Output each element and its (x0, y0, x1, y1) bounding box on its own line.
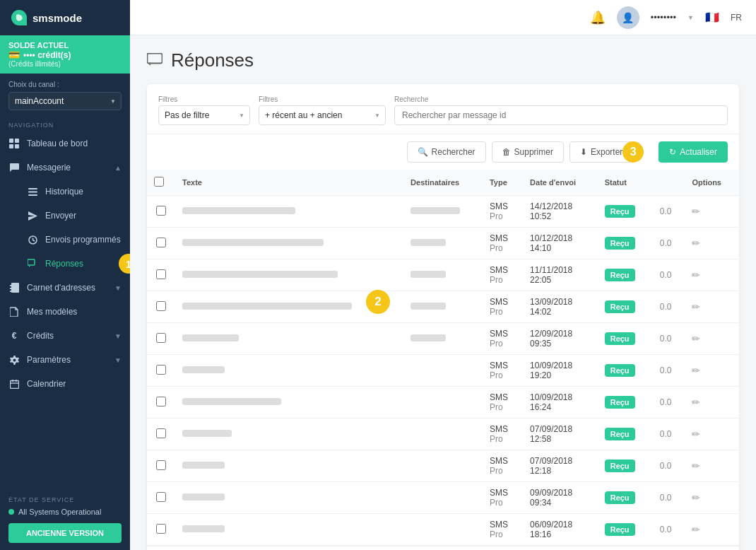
status-badge: Reçu (605, 205, 635, 218)
table-row: SMS Pro 07/09/2018 12:58 Reçu 0.0 ✏ (147, 419, 739, 450)
row-checkbox[interactable] (156, 460, 166, 470)
rechercher-button[interactable]: 🔍 Rechercher (407, 141, 486, 163)
row-checkbox[interactable] (156, 365, 166, 375)
row-checkbox-cell (147, 228, 175, 259)
svg-rect-11 (10, 285, 12, 286)
col-destinataires: Destinataires (403, 170, 483, 196)
rechercher-label: Rechercher (432, 147, 476, 157)
flag-icon[interactable]: 🇫🇷 (705, 11, 719, 24)
status-badge: Reçu (605, 237, 635, 250)
sidebar-item-messagerie[interactable]: Messagerie ▲ (0, 156, 130, 180)
table-row: SMS Pro 07/09/2018 12:18 Reçu 0.0 ✏ (147, 450, 739, 482)
solde-credits-value: •••• crédit(s) (23, 50, 71, 60)
solde-credits-row: 💳 •••• crédit(s) (8, 49, 122, 60)
svg-rect-15 (10, 380, 18, 388)
row-checkbox[interactable] (156, 238, 166, 247)
row-checkbox[interactable] (156, 428, 166, 438)
row-checkbox[interactable] (156, 333, 166, 343)
svg-rect-13 (10, 291, 12, 292)
sidebar-item-calendrier[interactable]: Calendrier (0, 372, 130, 396)
subtype-label: Pro (490, 402, 503, 412)
row-options: ✏ (685, 387, 739, 419)
edit-icon[interactable]: ✏ (692, 269, 700, 281)
edit-icon[interactable]: ✏ (692, 428, 700, 440)
select-all-checkbox[interactable] (154, 177, 164, 187)
carnet-adresses-label: Carnet d'adresses (27, 283, 107, 293)
wallet-icon: 💳 (8, 49, 20, 60)
sidebar-item-tableau-de-bord[interactable]: Tableau de bord (0, 131, 130, 156)
sidebar-item-reponses[interactable]: Réponses 1 (0, 252, 130, 276)
channel-section: Choix du canal : mainAccount (0, 74, 130, 115)
row-statut: Reçu (598, 482, 653, 514)
filter1-select-wrap[interactable]: Pas de filtre (158, 105, 250, 125)
filter2-select-wrap[interactable]: + récent au + ancien (259, 105, 386, 125)
channel-select[interactable]: mainAccount (8, 92, 122, 110)
edit-icon[interactable]: ✏ (692, 492, 700, 503)
row-texte (175, 228, 403, 259)
row-checkbox[interactable] (156, 492, 166, 502)
sidebar-item-parametres[interactable]: Paramètres ▼ (0, 348, 130, 372)
status-badge: Reçu (605, 396, 635, 409)
subtype-label: Pro (490, 434, 503, 444)
notification-bell-icon[interactable]: 🔔 (590, 10, 606, 25)
row-checkbox[interactable] (156, 524, 166, 534)
parametres-label: Paramètres (27, 355, 107, 365)
search-group: Recherche (394, 95, 728, 125)
search-input[interactable] (394, 105, 728, 125)
filter2-select[interactable]: + récent au + ancien (259, 105, 386, 125)
app-logo[interactable]: smsmode (0, 0, 130, 35)
sidebar-item-envoyer[interactable]: Envoyer (0, 204, 130, 228)
row-statut: Reçu (598, 387, 653, 419)
row-checkbox[interactable] (156, 206, 166, 216)
row-type: SMS Pro (483, 228, 523, 259)
messagerie-label: Messagerie (27, 163, 107, 172)
actualiser-button[interactable]: ↻ Actualiser (658, 141, 728, 163)
sidebar-item-historique[interactable]: Historique (0, 180, 130, 204)
sidebar-item-mes-modeles[interactable]: Mes modèles (0, 300, 130, 324)
table-row: SMS Pro 06/09/2018 18:16 Reçu 0.0 ✏ (147, 514, 739, 546)
row-checkbox[interactable] (156, 397, 166, 406)
gear-icon (8, 354, 20, 365)
edit-icon[interactable]: ✏ (692, 524, 700, 535)
row-checkbox-cell (147, 355, 175, 387)
sidebar-item-carnet-adresses[interactable]: Carnet d'adresses ▼ (0, 276, 130, 300)
edit-icon[interactable]: ✏ (692, 238, 700, 249)
time-value: 14:10 (530, 243, 551, 253)
euro-icon: € (8, 330, 20, 341)
old-version-button[interactable]: ANCIENNE VERSION (8, 523, 122, 543)
edit-icon[interactable]: ✏ (692, 460, 700, 472)
sidebar-item-credits[interactable]: € Crédits ▼ (0, 324, 130, 348)
responses-table: Texte Destinataires Type Date d'envoi St… (147, 170, 739, 546)
table-header-row: Texte Destinataires Type Date d'envoi St… (147, 170, 739, 196)
row-texte (175, 355, 403, 387)
username-label[interactable]: •••••••• (651, 12, 676, 23)
row-destinataires (403, 228, 483, 259)
row-checkbox[interactable] (156, 269, 166, 279)
row-destinataires (403, 514, 483, 546)
exporter-label: Exporter (591, 147, 622, 157)
filter1-select[interactable]: Pas de filtre (158, 105, 250, 125)
svg-rect-4 (28, 188, 37, 189)
channel-select-wrap[interactable]: mainAccount (8, 92, 122, 110)
avatar[interactable]: 👤 (617, 6, 639, 29)
row-checkbox[interactable] (156, 301, 166, 311)
edit-icon[interactable]: ✏ (692, 301, 700, 312)
exporter-button[interactable]: ⬇ Exporter 3 (569, 141, 633, 163)
sidebar-item-envois-programmes[interactable]: Envois programmés (0, 228, 130, 252)
edit-icon[interactable]: ✏ (692, 397, 700, 408)
row-statut: Reçu (598, 291, 653, 323)
edit-icon[interactable]: ✏ (692, 365, 700, 376)
col-options: Options (685, 170, 739, 196)
edit-icon[interactable]: ✏ (692, 206, 700, 217)
lang-label[interactable]: FR (731, 13, 742, 23)
row-type: SMS Pro (483, 419, 523, 450)
row-options: ✏ (685, 450, 739, 482)
edit-icon[interactable]: ✏ (692, 333, 700, 344)
row-date: 07/09/2018 12:58 (523, 419, 598, 450)
supprimer-button[interactable]: 🗑 Supprimer (492, 141, 564, 163)
date-value: 09/09/2018 (530, 488, 572, 498)
row-destinataires (403, 482, 483, 514)
row-val: 0.0 (653, 482, 685, 514)
row-options: ✏ (685, 291, 739, 323)
refresh-icon: ↻ (669, 147, 676, 157)
